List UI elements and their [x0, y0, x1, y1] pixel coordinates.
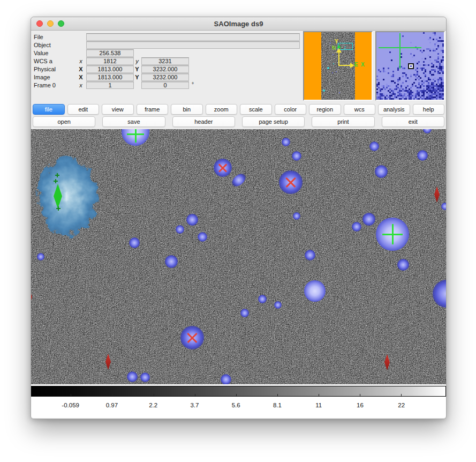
magnifier-noise-pixel	[378, 84, 380, 85]
colorbar-tick	[154, 394, 154, 396]
info-row-wcs: WCS a x 1812 y 3231	[31, 57, 304, 65]
magnifier-noise-pixel	[437, 47, 439, 48]
magnifier-noise-pixel	[397, 80, 399, 82]
colorbar-tick-label: 5.6	[232, 402, 240, 408]
zoom-button[interactable]	[58, 20, 64, 27]
image-label: Image	[34, 74, 50, 80]
menu-button-view[interactable]: view	[102, 104, 134, 115]
star	[441, 203, 446, 210]
magnifier-noise-pixel	[388, 72, 389, 74]
traffic-lights	[36, 20, 64, 27]
image-x-field[interactable]: 1813.000	[86, 73, 134, 81]
compass-n-arrowhead-icon	[337, 44, 341, 48]
green-crosshair-marker-icon[interactable]	[127, 129, 144, 143]
magnifier-noise-pixel	[423, 32, 425, 34]
wcs-y-label: y	[133, 58, 141, 64]
magnifier-noise-pixel	[415, 79, 417, 80]
colorbar-tick	[319, 394, 319, 396]
wcs-y-field[interactable]: 3231	[141, 57, 189, 65]
magnifier-noise-pixel	[401, 56, 402, 58]
menu-button-analysis[interactable]: analysis	[378, 104, 410, 115]
title-bar[interactable]: SAOImage ds9	[31, 17, 446, 31]
file-label: File	[34, 34, 43, 40]
star	[282, 138, 290, 146]
command-row: opensaveheaderpage setupprintexit	[32, 116, 445, 127]
star	[37, 253, 44, 260]
star	[375, 165, 388, 178]
menu-button-file[interactable]: file	[33, 104, 65, 115]
command-button-header[interactable]: header	[172, 116, 235, 127]
menu-button-bin[interactable]: bin	[171, 104, 203, 115]
menu-button-edit[interactable]: edit	[67, 104, 100, 115]
magnifier-noise-pixel	[410, 53, 412, 55]
wcs-label: WCS a	[34, 58, 52, 64]
magnifier	[375, 31, 445, 101]
frame-zoom-field[interactable]: 1	[86, 81, 134, 89]
value-field[interactable]: 256.538	[86, 49, 134, 57]
object-field[interactable]	[86, 41, 300, 49]
magnifier-noise-pixel	[433, 39, 434, 40]
menu-button-color[interactable]: color	[275, 104, 307, 115]
magnifier-noise-pixel	[423, 50, 425, 51]
panner-star-dot	[333, 63, 334, 64]
magnifier-noise-pixel	[425, 58, 426, 59]
physical-x-field[interactable]: 1813.000	[86, 65, 134, 73]
image-canvas[interactable]	[31, 129, 446, 384]
minimize-button[interactable]	[47, 20, 54, 27]
menu-button-scale[interactable]: scale	[240, 104, 272, 115]
magnifier-noise-pixel	[436, 42, 437, 43]
magnifier-noise-pixel	[431, 76, 433, 77]
magnifier-noise-pixel	[421, 69, 423, 71]
command-button-open[interactable]: open	[33, 116, 95, 127]
command-button-page-setup[interactable]: page setup	[242, 116, 305, 127]
magnifier-noise-pixel	[418, 61, 420, 63]
red-x-marker-icon[interactable]	[284, 176, 297, 189]
menu-section: fileeditviewframebinzoomscalecolorregion…	[31, 102, 446, 129]
command-button-exit[interactable]: exit	[382, 116, 444, 127]
magnifier-noise-pixel	[433, 74, 434, 76]
image-y-label: Y	[133, 74, 141, 80]
magnifier-noise-pixel	[397, 84, 399, 85]
close-button[interactable]	[36, 20, 43, 27]
object-label: Object	[34, 42, 51, 48]
physical-y-field[interactable]: 3232.000	[141, 65, 189, 73]
menu-button-frame[interactable]: frame	[137, 104, 169, 115]
magnifier-noise-pixel	[429, 59, 431, 61]
magnifier-noise-pixel	[420, 87, 421, 88]
menu-button-wcs[interactable]: wcs	[344, 104, 376, 115]
colorbar-tick	[71, 394, 71, 396]
frame-rotate-field[interactable]: 0	[141, 81, 189, 89]
star	[129, 237, 140, 248]
image-y-field[interactable]: 3232.000	[141, 73, 189, 81]
physical-y-label: Y	[133, 66, 141, 72]
panner-star-dot	[327, 67, 329, 69]
menu-button-help[interactable]: help	[413, 104, 445, 115]
red-x-marker-icon[interactable]	[217, 162, 228, 173]
magnifier-noise-pixel	[429, 50, 431, 51]
magnifier-noise-pixel	[421, 51, 423, 53]
command-button-save[interactable]: save	[102, 116, 165, 127]
red-x-marker-icon[interactable]	[186, 331, 199, 344]
compass-e-label: E	[354, 62, 358, 68]
star	[186, 214, 198, 226]
file-field[interactable]	[86, 33, 300, 41]
magnifier-noise-pixel	[383, 79, 384, 80]
wcs-x-field[interactable]: 1812	[86, 57, 134, 65]
star	[369, 141, 379, 151]
command-button-print[interactable]: print	[312, 116, 374, 127]
magnifier-noise-pixel	[409, 79, 410, 80]
menu-button-zoom[interactable]: zoom	[206, 104, 238, 115]
info-row-value: Value 256.538	[31, 49, 304, 57]
magnifier-noise-pixel	[386, 87, 388, 88]
magnifier-noise-pixel	[436, 48, 437, 50]
menu-button-region[interactable]: region	[309, 104, 341, 115]
panner[interactable]: Y N E X	[303, 31, 373, 101]
frame-x-label: x	[77, 82, 85, 88]
magnifier-noise-pixel	[413, 55, 415, 56]
compass-n-label: N	[332, 45, 336, 51]
info-row-image: Image X 1813.000 Y 3232.000	[31, 73, 304, 81]
green-crosshair-marker-icon[interactable]	[382, 224, 403, 244]
colorbar-gradient[interactable]	[31, 386, 446, 397]
panner-star-dot	[333, 54, 334, 55]
magnifier-noise-pixel	[397, 69, 399, 71]
